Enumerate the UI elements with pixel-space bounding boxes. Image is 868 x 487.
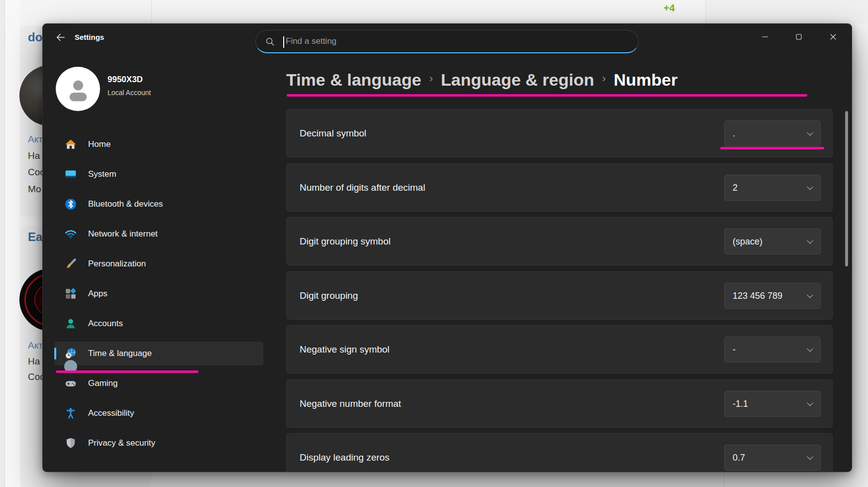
- sidebar-item-gaming[interactable]: Gaming: [54, 371, 263, 395]
- chevron-down-icon: [807, 184, 813, 190]
- setting-label: Digit grouping: [300, 272, 358, 319]
- setting-label: Negative number format: [300, 380, 401, 427]
- sidebar-item-apps[interactable]: Apps: [54, 282, 263, 306]
- background-card-heading-link[interactable]: do: [28, 30, 42, 44]
- sidebar-item-privacy-security[interactable]: Privacy & security: [54, 431, 263, 455]
- time-language-icon: [64, 347, 77, 360]
- digits-after-decimal-dropdown[interactable]: 2: [724, 175, 821, 201]
- chevron-down-icon: [807, 238, 813, 244]
- vertical-scrollbar[interactable]: [845, 111, 848, 266]
- account-name: 9950X3D: [108, 75, 143, 85]
- dropdown-value: .: [733, 121, 735, 146]
- dropdown-value: 0.7: [733, 445, 745, 470]
- chevron-right-icon: ›: [421, 72, 440, 85]
- display-leading-zeros-dropdown[interactable]: 0.7: [724, 445, 821, 471]
- dropdown-value: (space): [733, 229, 762, 254]
- background-column-divider: [151, 0, 152, 23]
- setting-row-display-leading-zeros: Display leading zeros 0.7: [286, 433, 833, 472]
- setting-row-negative-sign-symbol: Negative sign symbol -: [286, 325, 833, 373]
- negative-sign-symbol-dropdown[interactable]: -: [724, 337, 821, 363]
- sidebar-nav: Home System Bluetooth & devices: [54, 132, 263, 461]
- background-column-divider: [724, 472, 724, 487]
- sidebar-item-system[interactable]: System: [54, 162, 263, 186]
- maximize-button[interactable]: [787, 28, 810, 46]
- dropdown-value: -: [733, 337, 736, 362]
- sidebar-item-label: Accessibility: [88, 408, 134, 418]
- selected-indicator: [54, 348, 56, 360]
- sidebar-item-network[interactable]: Network & internet: [54, 222, 263, 246]
- sidebar-item-label: Time & language: [88, 349, 152, 359]
- setting-row-digit-grouping: Digit grouping 123 456 789: [286, 271, 833, 320]
- chevron-down-icon: [807, 454, 813, 460]
- background-gutter: [5, 0, 20, 487]
- setting-label: Negative sign symbol: [300, 326, 390, 373]
- background-column-divider: [705, 0, 706, 23]
- home-icon: [64, 138, 77, 151]
- network-icon: [64, 228, 77, 241]
- dropdown-value: 2: [733, 175, 738, 200]
- minimize-icon: [760, 32, 770, 42]
- bluetooth-icon: [64, 198, 77, 211]
- sidebar-item-label: Network & internet: [88, 229, 158, 239]
- chevron-down-icon: [807, 400, 813, 406]
- sidebar-item-time-language[interactable]: Time & language: [54, 342, 263, 365]
- background-text: На: [28, 356, 40, 367]
- setting-row-digit-grouping-symbol: Digit grouping symbol (space): [286, 217, 833, 265]
- close-icon: [828, 32, 838, 42]
- negative-number-format-dropdown[interactable]: -1.1: [724, 391, 821, 417]
- annotation-underline-dropdown: [720, 147, 824, 149]
- breadcrumb-time-language[interactable]: Time & language: [286, 70, 421, 90]
- text-caret: [283, 36, 284, 48]
- overflow-count-badge[interactable]: +4: [663, 2, 675, 14]
- chevron-right-icon: ›: [594, 72, 614, 85]
- setting-row-negative-number-format: Negative number format -1.1: [286, 379, 833, 428]
- background-link[interactable]: Акт: [28, 134, 43, 145]
- setting-label: Display leading zeros: [300, 434, 390, 472]
- sidebar-item-label: Gaming: [88, 378, 118, 388]
- sidebar-item-label: Personalization: [88, 259, 146, 269]
- chevron-down-icon: [807, 346, 813, 352]
- digit-grouping-symbol-dropdown[interactable]: (space): [724, 229, 821, 254]
- minimize-button[interactable]: [754, 28, 776, 46]
- settings-window: Settings 9950X3D: [42, 23, 852, 472]
- account-avatar: [56, 67, 100, 111]
- annotation-underline-breadcrumb: [287, 94, 807, 97]
- background-link[interactable]: Акт: [28, 340, 43, 351]
- background-left-rail: [0, 0, 5, 487]
- setting-label: Number of digits after decimal: [300, 164, 425, 211]
- sidebar-item-label: Apps: [88, 289, 108, 299]
- chevron-down-icon: [807, 129, 813, 136]
- sidebar-item-bluetooth[interactable]: Bluetooth & devices: [54, 192, 263, 216]
- accessibility-icon: [64, 407, 77, 420]
- setting-row-digits-after-decimal: Number of digits after decimal 2: [286, 163, 833, 212]
- search-input[interactable]: [286, 30, 624, 52]
- breadcrumb: Time & language › Language & region › Nu…: [286, 69, 677, 91]
- privacy-security-icon: [64, 437, 77, 450]
- sidebar-item-accounts[interactable]: Accounts: [54, 312, 263, 336]
- background-text: На: [28, 150, 40, 161]
- sidebar-item-home[interactable]: Home: [54, 132, 263, 156]
- chevron-down-icon: [807, 292, 813, 298]
- account-block[interactable]: 9950X3D Local Account: [56, 67, 255, 112]
- background-card-heading-link[interactable]: Ea: [28, 230, 42, 244]
- sidebar-item-label: Home: [88, 139, 110, 149]
- sidebar-item-label: Accounts: [88, 319, 123, 329]
- decimal-symbol-dropdown[interactable]: .: [724, 121, 821, 146]
- sidebar-item-personalization[interactable]: Personalization: [54, 252, 263, 276]
- personalization-icon: [64, 257, 77, 270]
- sidebar-item-label: Bluetooth & devices: [88, 199, 163, 209]
- sidebar-item-label: Privacy & security: [88, 438, 155, 448]
- sidebar-item-accessibility[interactable]: Accessibility: [54, 401, 263, 425]
- background-top-strip: [706, 0, 868, 23]
- gaming-icon: [64, 377, 77, 390]
- setting-row-decimal-symbol: Decimal symbol .: [286, 109, 833, 157]
- breadcrumb-language-region[interactable]: Language & region: [441, 70, 594, 90]
- setting-label: Decimal symbol: [300, 110, 366, 157]
- apps-icon: [64, 287, 77, 300]
- digit-grouping-dropdown[interactable]: 123 456 789: [724, 283, 821, 309]
- close-button[interactable]: [822, 28, 845, 46]
- dropdown-value: 123 456 789: [733, 283, 782, 308]
- search-box[interactable]: [255, 30, 639, 53]
- background-text: Мо: [28, 184, 41, 195]
- dropdown-value: -1.1: [733, 391, 748, 416]
